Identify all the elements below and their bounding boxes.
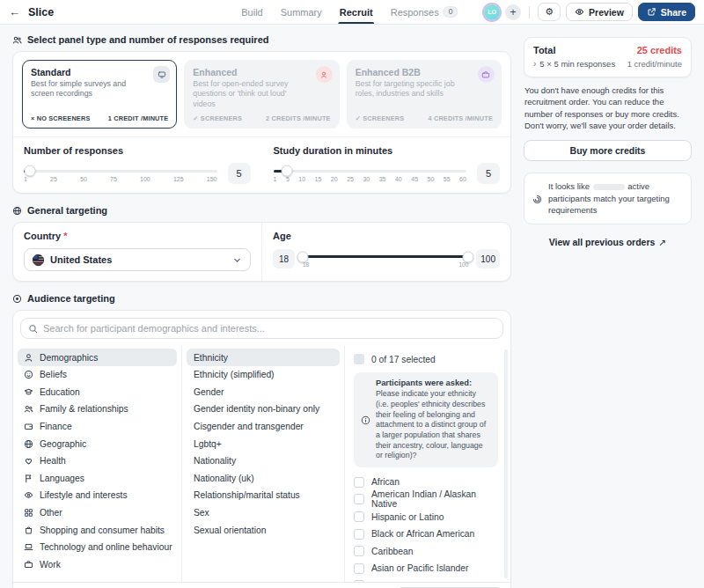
- option-checkbox[interactable]: [354, 546, 364, 556]
- category-technology-and-online-behaviour[interactable]: Technology and online behaviour: [18, 539, 177, 556]
- category-list: DemographicsBeliefsEducationFamily & rel…: [13, 346, 181, 582]
- total-card: Total 25 credits ›5 × 5 min responses 1 …: [524, 37, 692, 77]
- option-checkbox[interactable]: [354, 494, 364, 504]
- age-label: Age: [273, 231, 291, 241]
- duration-value: 5: [477, 163, 500, 184]
- tick-label: 40: [395, 176, 402, 182]
- panel-description: Best for open-ended survey questions or …: [193, 79, 330, 109]
- subcategory-label: Ethnicity (simplified): [194, 370, 275, 379]
- subcategory-sex[interactable]: Sex: [187, 504, 340, 522]
- globe-icon: [24, 439, 33, 449]
- back-button[interactable]: ←: [9, 5, 20, 18]
- category-demographics[interactable]: Demographics: [18, 349, 177, 366]
- category-label: Beliefs: [40, 370, 67, 379]
- subcategory-lgbtq[interactable]: Lgbtq+: [187, 435, 340, 452]
- option-black-or-african-american[interactable]: Black or African American: [354, 526, 498, 543]
- ethnicity-options: AfricanAmerican Indian / Alaskan NativeH…: [354, 474, 498, 582]
- participants-info-box: Participants were asked: Please indicate…: [354, 372, 498, 467]
- target-icon: [12, 294, 22, 304]
- rate-text: 1 credit/minute: [627, 59, 682, 69]
- age-min-value: 18: [273, 249, 295, 268]
- audience-targeting-heading: Audience targeting: [12, 292, 511, 305]
- panel-description: Best for targeting specific job roles, i…: [356, 79, 493, 99]
- category-lifestyle-and-interests[interactable]: Lifestyle and interests: [18, 487, 177, 504]
- option-label: Black or African American: [371, 529, 474, 539]
- option-checkbox[interactable]: [354, 477, 364, 488]
- category-family-relationships[interactable]: Family & relationships: [18, 401, 177, 418]
- person-icon: [24, 353, 33, 363]
- scrollbar[interactable]: [504, 349, 508, 578]
- category-work[interactable]: Work: [18, 555, 177, 573]
- subcategory-gender[interactable]: Gender: [187, 383, 340, 401]
- age-max-thumb[interactable]: [463, 251, 474, 262]
- audience-footer: Clear all attributes: [13, 582, 510, 588]
- tab-summary[interactable]: Summary: [273, 0, 330, 24]
- panel-option-standard[interactable]: StandardBest for simple surveys and scre…: [22, 60, 177, 129]
- add-collaborator-button[interactable]: +: [505, 4, 521, 20]
- breakdown-row[interactable]: ›5 × 5 min responses: [533, 59, 615, 69]
- category-education[interactable]: Education: [18, 383, 177, 401]
- preview-button[interactable]: Preview: [566, 3, 633, 21]
- avatar[interactable]: LO: [484, 4, 500, 20]
- option-hispanic-or-latino[interactable]: Hispanic or Latino: [354, 508, 498, 526]
- responses-slider-thumb[interactable]: [24, 165, 35, 177]
- panel-option-enhanced-b2b[interactable]: Enhanced B2BBest for targeting specific …: [347, 60, 502, 129]
- duration-slider[interactable]: [274, 170, 467, 173]
- country-select[interactable]: United States: [24, 248, 251, 271]
- subcategory-relationship-marital-status[interactable]: Relationship/marital status: [187, 487, 340, 504]
- age-min-thumb[interactable]: [297, 251, 309, 262]
- subcategory-ethnicity-simplified[interactable]: Ethnicity (simplified): [187, 366, 340, 384]
- option-checkbox[interactable]: [354, 563, 364, 574]
- option-american-indian-alaskan-native[interactable]: American Indian / Alaskan Native: [354, 491, 498, 509]
- responses-slider-label: Number of responses: [24, 145, 251, 156]
- subcategory-gender-identity-non-binary-only[interactable]: Gender identity non-binary only: [187, 401, 340, 418]
- category-label: Education: [40, 387, 80, 397]
- subcategory-ethnicity[interactable]: Ethnicity: [187, 349, 340, 366]
- subcategory-cisgender-and-transgender[interactable]: Cisgender and transgender: [187, 418, 340, 436]
- subcategory-nationality[interactable]: Nationality: [187, 452, 340, 470]
- tab-responses[interactable]: Responses0: [383, 0, 466, 24]
- tab-build[interactable]: Build: [233, 0, 270, 24]
- select-all-checkbox[interactable]: [354, 354, 364, 364]
- panel-section-heading: Select panel type and number of response…: [12, 33, 511, 46]
- buy-more-credits-button[interactable]: Buy more credits: [524, 140, 692, 161]
- users-icon: [12, 35, 22, 45]
- category-languages[interactable]: Languages: [18, 469, 177, 487]
- subcategory-label: Lgbtq+: [194, 439, 222, 449]
- category-health[interactable]: Health: [18, 452, 177, 470]
- subcategory-label: Ethnicity: [194, 353, 228, 363]
- option-asian-or-pacific-islander[interactable]: Asian or Pacific Islander: [354, 560, 498, 577]
- general-targeting-title: General targeting: [27, 205, 107, 216]
- option-african[interactable]: African: [354, 474, 498, 491]
- option-checkbox[interactable]: [354, 529, 364, 540]
- panel-option-enhanced[interactable]: EnhancedBest for open-ended survey quest…: [184, 60, 339, 129]
- eye-icon: [575, 7, 584, 17]
- option-label: Asian or Pacific Islander: [371, 563, 468, 573]
- audience-search-input[interactable]: [43, 323, 495, 334]
- duration-slider-thumb[interactable]: [281, 165, 292, 177]
- share-button[interactable]: Share: [638, 3, 695, 21]
- share-label: Share: [661, 7, 686, 18]
- category-shopping-and-consumer-habits[interactable]: Shopping and consumer habits: [18, 521, 177, 539]
- category-finance[interactable]: Finance: [18, 418, 177, 436]
- panel-section-title: Select panel type and number of response…: [27, 34, 268, 45]
- age-range-slider[interactable]: [303, 255, 468, 258]
- responses-slider-group: Number of responses 1255075100125150 5: [24, 145, 251, 184]
- view-previous-orders-link[interactable]: View all previous orders↗: [524, 237, 692, 247]
- category-label: Family & relationships: [40, 404, 128, 414]
- category-other[interactable]: Other: [18, 504, 177, 522]
- category-geographic[interactable]: Geographic: [18, 435, 177, 452]
- tick-label: 1: [274, 176, 277, 182]
- responses-slider[interactable]: [24, 170, 217, 173]
- duration-slider-group: Study duration in minutes 15101520253035…: [274, 145, 501, 184]
- option-caribbean[interactable]: Caribbean: [354, 542, 498, 560]
- settings-button[interactable]: ⚙: [538, 3, 561, 21]
- divider: [13, 136, 510, 137]
- subcategory-sexual-orientation[interactable]: Sexual orientation: [187, 521, 340, 539]
- credits-per-minute: 4 CREDITS /MINUTE: [428, 114, 493, 122]
- category-beliefs[interactable]: Beliefs: [18, 366, 177, 384]
- subcategory-nationality-uk[interactable]: Nationality (uk): [187, 469, 340, 487]
- tab-recruit[interactable]: Recruit: [332, 0, 381, 24]
- option-checkbox[interactable]: [354, 511, 364, 522]
- participant-match-card: It looks like active participants match …: [524, 173, 692, 224]
